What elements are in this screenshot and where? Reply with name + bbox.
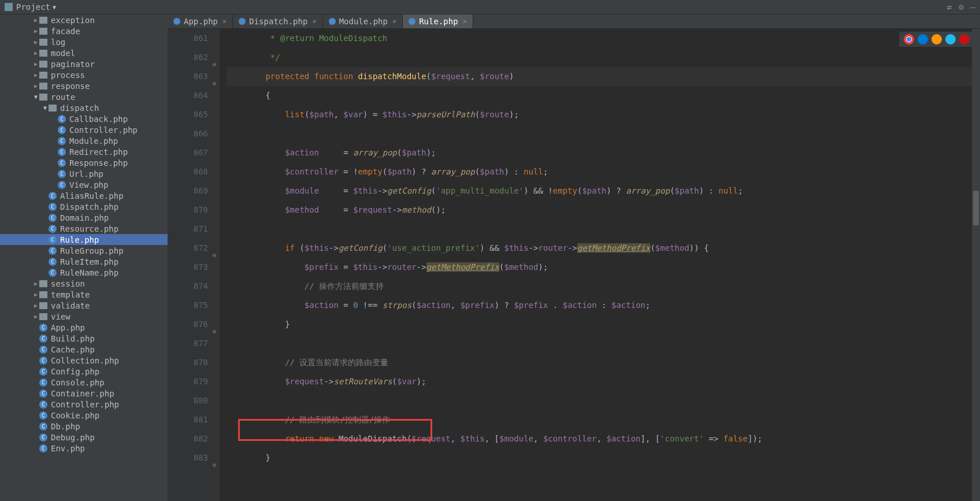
tree-file[interactable]: CDispatch.php — [0, 201, 168, 212]
gear-icon[interactable]: ⚙ — [959, 2, 963, 12]
fold-marker-icon[interactable]: ⊖ — [210, 74, 216, 80]
code-line[interactable] — [227, 391, 980, 410]
code-line[interactable]: list($path, $var) = $this->parseUrlPath(… — [227, 105, 980, 124]
tree-arrow-icon[interactable]: ▶ — [32, 17, 39, 23]
tree-arrow-icon[interactable]: ▶ — [32, 28, 39, 34]
close-icon[interactable]: × — [392, 17, 396, 25]
tree-file[interactable]: CView.php — [0, 179, 168, 190]
editor-tab[interactable]: App.php× — [168, 14, 233, 28]
minimize-icon[interactable]: — — [971, 2, 975, 12]
tree-file[interactable]: CRule.php — [0, 234, 168, 245]
code-line[interactable]: $module = $this->getConfig('app_multi_mo… — [227, 181, 980, 201]
tree-file[interactable]: CDb.php — [0, 421, 168, 432]
code-editor[interactable]: 861862⊖863⊖864865866867868869870871872⊖8… — [168, 29, 980, 501]
project-tree[interactable]: ▶exception▶facade▶log▶model▶paginator▶pr… — [0, 14, 168, 501]
tree-arrow-icon[interactable]: ▶ — [32, 72, 39, 78]
tree-file[interactable]: CContainer.php — [0, 388, 168, 399]
code-line[interactable]: $request->setRouteVars($var); — [227, 372, 980, 391]
fold-marker-icon[interactable]: ⊖ — [210, 246, 216, 251]
code-line[interactable] — [227, 124, 980, 143]
tree-arrow-icon[interactable]: ▼ — [32, 94, 39, 100]
tree-arrow-icon[interactable]: ▶ — [32, 313, 39, 320]
tree-file[interactable]: CRedirect.php — [0, 146, 168, 157]
code-line[interactable] — [227, 334, 980, 353]
tree-folder[interactable]: ▶model — [0, 47, 168, 58]
tree-folder[interactable]: ▶process — [0, 69, 168, 80]
code-line[interactable]: $controller = !empty($path) ? array_pop(… — [227, 162, 980, 181]
close-icon[interactable]: × — [463, 17, 467, 25]
tree-folder[interactable]: ▼dispatch — [0, 102, 168, 113]
tree-file[interactable]: CRuleItem.php — [0, 256, 168, 267]
tree-arrow-icon[interactable]: ▶ — [32, 291, 39, 298]
tree-file[interactable]: CDomain.php — [0, 212, 168, 223]
editor-tab[interactable]: Module.php× — [323, 14, 403, 28]
tree-file[interactable]: CResponse.php — [0, 157, 168, 168]
tree-file[interactable]: CBuild.php — [0, 333, 168, 344]
tree-folder[interactable]: ▶exception — [0, 14, 168, 25]
code-content[interactable]: * @return ModuleDispatch */ protected fu… — [220, 29, 980, 501]
tree-arrow-icon[interactable]: ▶ — [32, 39, 39, 45]
code-line[interactable]: $method = $request->method(); — [227, 201, 980, 220]
tree-folder[interactable]: ▶response — [0, 80, 168, 91]
tree-folder[interactable]: ▶session — [0, 278, 168, 289]
editor-scrollbar[interactable] — [972, 29, 980, 501]
fold-marker-icon[interactable]: ⊖ — [210, 455, 216, 461]
settings-icon[interactable]: ⇄ — [947, 2, 952, 12]
tree-file[interactable]: CConfig.php — [0, 366, 168, 377]
tree-file[interactable]: CAliasRule.php — [0, 190, 168, 201]
code-line[interactable]: protected function dispatchModule($reque… — [227, 67, 980, 86]
tree-file[interactable]: CRuleName.php — [0, 267, 168, 278]
tree-folder[interactable]: ▶paginator — [0, 58, 168, 69]
editor-tabs[interactable]: App.php×Dispatch.php×Module.php×Rule.php… — [168, 14, 980, 29]
code-line[interactable]: { — [227, 86, 980, 105]
code-line[interactable]: $action = array_pop($path); — [227, 143, 980, 162]
fold-marker-icon[interactable]: ⊖ — [210, 55, 216, 61]
code-line[interactable]: */ — [227, 48, 980, 67]
editor-tab[interactable]: Dispatch.php× — [233, 14, 322, 28]
tree-file[interactable]: CDebug.php — [0, 432, 168, 443]
tree-arrow-icon[interactable]: ▶ — [32, 50, 39, 56]
code-line[interactable]: } — [227, 315, 980, 334]
tree-file[interactable]: CApp.php — [0, 322, 168, 333]
scrollbar-thumb[interactable] — [973, 191, 979, 225]
tree-file[interactable]: CUrl.php — [0, 168, 168, 179]
close-icon[interactable]: × — [222, 17, 227, 25]
tree-file[interactable]: CController.php — [0, 399, 168, 410]
project-tool-window-button[interactable]: Project ▼ — [0, 0, 61, 14]
tree-arrow-icon[interactable]: ▶ — [32, 61, 39, 67]
tree-folder[interactable]: ▼route — [0, 91, 168, 102]
code-line[interactable]: // 设置当前请求的路由变量 — [227, 353, 980, 372]
tree-arrow-icon[interactable]: ▼ — [42, 105, 49, 111]
tree-file[interactable]: CCookie.php — [0, 410, 168, 421]
tree-folder[interactable]: ▶log — [0, 36, 168, 47]
tree-folder[interactable]: ▶validate — [0, 300, 168, 311]
tree-file[interactable]: CCallback.php — [0, 113, 168, 124]
code-line[interactable]: } — [227, 448, 980, 467]
tree-folder[interactable]: ▶facade — [0, 25, 168, 36]
editor-tab[interactable]: Rule.php× — [403, 14, 473, 28]
tree-file[interactable]: CEnv.php — [0, 443, 168, 454]
tree-file[interactable]: CController.php — [0, 124, 168, 135]
tree-folder[interactable]: ▶view — [0, 311, 168, 322]
code-line[interactable]: // 操作方法前缀支持 — [227, 277, 980, 296]
tree-file[interactable]: CConsole.php — [0, 377, 168, 388]
code-line[interactable] — [227, 220, 980, 239]
code-line[interactable]: return new ModuleDispatch($request, $thi… — [227, 429, 980, 448]
tree-file[interactable]: CRuleGroup.php — [0, 245, 168, 256]
code-line[interactable]: $action = 0 !== strpos($action, $prefix)… — [227, 296, 980, 315]
code-line[interactable]: // 路由到模块/控制器/操作 — [227, 410, 980, 429]
tree-file[interactable]: CResource.php — [0, 223, 168, 234]
tree-folder[interactable]: ▶template — [0, 289, 168, 300]
tree-file[interactable]: CCache.php — [0, 344, 168, 355]
close-icon[interactable]: × — [312, 17, 316, 25]
fold-marker-icon[interactable]: ⊖ — [210, 322, 216, 328]
tree-file[interactable]: CModule.php — [0, 135, 168, 146]
code-line[interactable]: * @return ModuleDispatch — [227, 29, 980, 48]
tree-arrow-icon[interactable]: ▶ — [32, 83, 39, 89]
tree-arrow-icon[interactable]: ▶ — [32, 302, 39, 309]
code-line[interactable]: $prefix = $this->router->getMethodPrefix… — [227, 258, 980, 277]
line-number-gutter: 861862⊖863⊖864865866867868869870871872⊖8… — [168, 29, 220, 501]
tree-arrow-icon[interactable]: ▶ — [32, 280, 39, 287]
code-line[interactable]: if ($this->getConfig('use_action_prefix'… — [227, 239, 980, 258]
tree-file[interactable]: CCollection.php — [0, 355, 168, 366]
